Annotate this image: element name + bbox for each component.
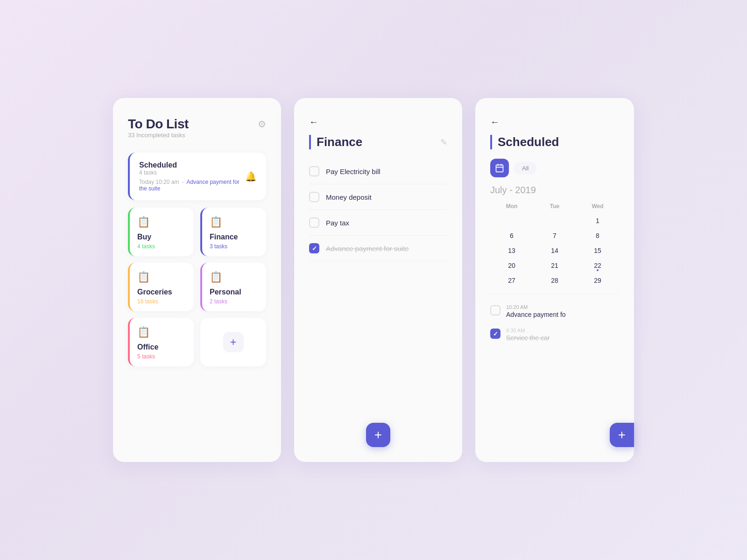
month-label: July - 2019 [490, 185, 619, 196]
scheduled-panel-title: Scheduled [490, 135, 619, 149]
office-icon: 📋 [137, 326, 186, 338]
all-filter-button[interactable]: All [514, 162, 537, 175]
cal-cell[interactable]: 1 [576, 213, 619, 228]
buy-label: Buy [137, 233, 186, 241]
finance-icon: 📋 [210, 216, 259, 228]
calendar: Mon Tue Wed 1 6 7 8 13 14 15 20 21 22 27… [490, 201, 619, 288]
back-button[interactable]: ← [309, 117, 318, 127]
calendar-week-5: 27 28 29 [490, 273, 619, 288]
tasks-count-label: 33 Incompleted tasks [128, 132, 189, 139]
task-label-1: Pay Electricity bill [326, 168, 381, 175]
office-tasks: 5 tasks [137, 353, 186, 360]
category-card-personal[interactable]: 📋 Personal 2 tasks [200, 263, 266, 311]
sched-time-2: 8:30 AM [506, 328, 550, 333]
finance-task-list: Pay Electricity bill Money deposit Pay t… [309, 159, 447, 261]
cal-cell[interactable]: 6 [490, 228, 533, 243]
list-item: 8:30 AM Service the car [490, 323, 619, 346]
task-checkbox-3[interactable] [309, 217, 319, 228]
alarm-icon: 🔔 [245, 171, 257, 182]
personal-label: Personal [210, 288, 259, 296]
personal-tasks: 2 tasks [210, 298, 259, 305]
personal-icon: 📋 [210, 271, 259, 283]
calendar-header: All [490, 159, 619, 177]
cal-cell[interactable]: 27 [490, 273, 533, 288]
scheduled-card[interactable]: Scheduled 4 tasks Today 10:20 am · Advan… [128, 153, 266, 200]
sched-time-1: 10:20 AM [506, 304, 566, 310]
cal-cell[interactable]: 28 [533, 273, 576, 288]
scheduled-panel: ← Scheduled All July - 2019 Mon Tue Wed [475, 98, 634, 462]
sched-checkbox-1[interactable] [490, 305, 500, 315]
divider [490, 294, 619, 294]
task-checkbox-4[interactable] [309, 243, 319, 253]
list-item: Pay Electricity bill [309, 159, 447, 184]
category-card-office[interactable]: 📋 Office 5 tasks [128, 318, 194, 366]
calendar-week-2: 6 7 8 [490, 228, 619, 243]
cal-cell[interactable]: 7 [533, 228, 576, 243]
category-card-groceries[interactable]: 📋 Groceries 16 tasks [128, 263, 194, 311]
list-item: 10:20 AM Advance payment fo [490, 300, 619, 323]
cal-cell[interactable] [490, 213, 533, 228]
cal-cell[interactable]: 20 [490, 258, 533, 273]
scheduled-card-desc: Today 10:20 am · Advance payment for the… [139, 179, 245, 192]
sched-checkbox-2[interactable] [490, 329, 500, 339]
day-header-mon: Mon [490, 201, 533, 211]
cal-cell[interactable]: 14 [533, 243, 576, 258]
calendar-icon-button[interactable] [490, 159, 509, 177]
scheduled-time: Today 10:20 am [139, 179, 179, 185]
settings-icon[interactable]: ⚙ [258, 119, 266, 130]
task-checkbox-1[interactable] [309, 166, 319, 176]
add-scheduled-task-button[interactable]: + [610, 423, 634, 447]
task-label-3: Pay tax [326, 219, 349, 227]
sched-task-label-1: Advance payment fo [506, 311, 566, 318]
edit-icon[interactable]: ✎ [440, 137, 447, 147]
cal-cell-22[interactable]: 22 [576, 258, 619, 273]
office-label: Office [137, 343, 186, 351]
category-card-finance[interactable]: 📋 Finance 3 tasks [200, 208, 266, 256]
groceries-tasks: 16 tasks [137, 298, 186, 305]
day-header-wed: Wed [576, 201, 619, 211]
task-label-2: Money deposit [326, 193, 372, 201]
list-item: Money deposit [309, 184, 447, 210]
cal-cell[interactable]: 21 [533, 258, 576, 273]
page-title: To Do List [128, 117, 189, 132]
svg-rect-0 [496, 165, 503, 172]
finance-tasks: 3 tasks [210, 243, 259, 250]
add-category-card[interactable]: + [200, 318, 266, 366]
finance-label: Finance [210, 233, 259, 241]
finance-panel: ← Finance ✎ Pay Electricity bill Money d… [294, 98, 462, 462]
cal-cell[interactable]: 13 [490, 243, 533, 258]
scheduled-back-button[interactable]: ← [490, 117, 500, 127]
category-card-buy[interactable]: 📋 Buy 4 tasks [128, 208, 194, 256]
buy-icon: 📋 [137, 216, 186, 228]
calendar-week-1: 1 [490, 213, 619, 228]
todo-header: To Do List 33 Incompleted tasks ⚙ [128, 117, 266, 150]
cal-cell[interactable]: 29 [576, 273, 619, 288]
sched-task-label-2: Service the car [506, 334, 550, 342]
groceries-label: Groceries [137, 288, 186, 296]
calendar-week-4: 20 21 22 [490, 258, 619, 273]
scheduled-card-title: Scheduled [139, 161, 245, 169]
cal-cell[interactable]: 15 [576, 243, 619, 258]
calendar-day-headers: Mon Tue Wed [490, 201, 619, 211]
calendar-week-3: 13 14 15 [490, 243, 619, 258]
todo-panel: To Do List 33 Incompleted tasks ⚙ Schedu… [113, 98, 281, 462]
task-checkbox-2[interactable] [309, 192, 319, 202]
list-item: Pay tax [309, 210, 447, 236]
list-item: Advance payment for suite [309, 236, 447, 261]
finance-header: Finance ✎ [309, 135, 447, 149]
cal-cell[interactable]: 8 [576, 228, 619, 243]
day-header-tue: Tue [533, 201, 576, 211]
add-task-button[interactable]: + [366, 423, 390, 447]
category-grid: 📋 Buy 4 tasks 📋 Finance 3 tasks 📋 Grocer… [128, 208, 266, 366]
task-label-4: Advance payment for suite [326, 245, 409, 252]
scheduled-card-tasks: 4 tasks [139, 169, 245, 176]
groceries-icon: 📋 [137, 271, 186, 283]
add-category-icon: + [223, 332, 244, 352]
cal-cell[interactable] [533, 213, 576, 228]
scheduled-task-list: 10:20 AM Advance payment fo 8:30 AM Serv… [490, 300, 619, 346]
buy-tasks: 4 tasks [137, 243, 186, 250]
finance-panel-title: Finance [309, 135, 362, 149]
